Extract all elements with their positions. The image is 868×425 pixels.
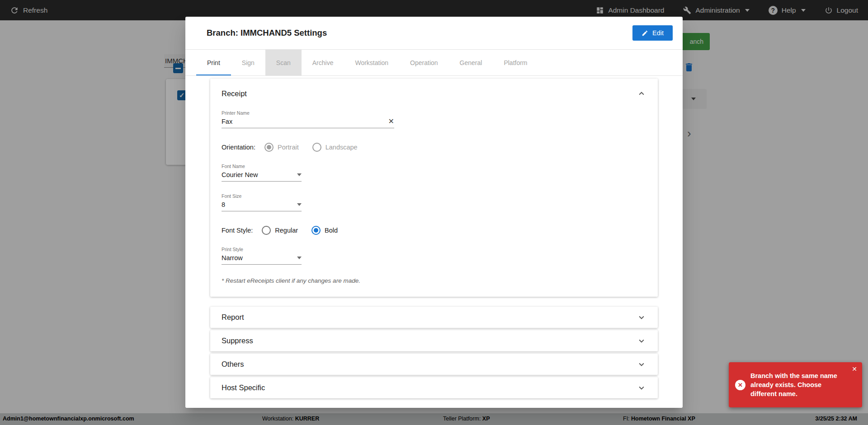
edit-button[interactable]: Edit: [632, 25, 673, 41]
others-section-header[interactable]: Others: [210, 354, 658, 375]
print-style-label: Print Style: [222, 247, 302, 252]
orientation-field: Orientation: Portrait Landscape: [222, 143, 646, 152]
landscape-radio[interactable]: [312, 143, 321, 152]
bold-radio[interactable]: [311, 226, 321, 235]
tab-sign[interactable]: Sign: [231, 50, 265, 75]
font-size-label: Font Size: [222, 193, 302, 199]
chevron-up-icon: [637, 89, 646, 98]
chevron-down-icon: [297, 173, 302, 176]
font-size-value: 8: [222, 201, 225, 208]
font-name-select[interactable]: Courier New: [222, 171, 302, 182]
portrait-label: Portrait: [278, 144, 299, 151]
report-section-header[interactable]: Report: [210, 307, 658, 328]
chevron-down-icon: [637, 313, 646, 322]
tab-general[interactable]: General: [449, 50, 493, 75]
chevron-down-icon: [297, 257, 302, 259]
error-icon: ✕: [735, 380, 745, 390]
edit-button-label: Edit: [652, 29, 664, 37]
dialog-title: Branch: IMMCHAND5 Settings: [207, 28, 327, 38]
portrait-radio[interactable]: [264, 143, 274, 152]
tab-print[interactable]: Print: [196, 50, 231, 75]
suppress-section-header[interactable]: Suppress: [210, 330, 658, 351]
others-section-title: Others: [222, 360, 244, 369]
settings-tabs: Print Sign Scan Archive Workstation Oper…: [185, 50, 683, 76]
report-section-title: Report: [222, 313, 244, 322]
chevron-down-icon: [637, 383, 646, 393]
font-name-field: Font Name Courier New: [222, 163, 302, 182]
tab-workstation[interactable]: Workstation: [344, 50, 399, 75]
close-icon[interactable]: ✕: [852, 365, 857, 373]
font-name-label: Font Name: [222, 163, 302, 169]
bold-label: Bold: [325, 227, 338, 234]
tab-platform[interactable]: Platform: [493, 50, 538, 75]
receipt-section: Receipt Printer Name Fax ✕ Orientation: …: [210, 79, 658, 297]
dialog-header: Branch: IMMCHAND5 Settings Edit: [185, 17, 683, 50]
restart-note: * Restart eReceipts client if any change…: [222, 277, 646, 284]
suppress-section-title: Suppress: [222, 336, 253, 345]
tab-archive[interactable]: Archive: [302, 50, 344, 75]
regular-label: Regular: [275, 227, 298, 234]
printer-name-input[interactable]: Fax: [222, 118, 232, 125]
pencil-icon: [642, 30, 648, 37]
print-style-field: Print Style Narrow: [222, 247, 302, 265]
font-style-field: Font Style: Regular Bold: [222, 226, 646, 235]
error-message: Branch with the same name already exists…: [750, 371, 843, 398]
host-specific-section-header[interactable]: Host Specific: [210, 377, 658, 398]
print-style-value: Narrow: [222, 254, 243, 262]
tab-operation[interactable]: Operation: [399, 50, 448, 75]
landscape-label: Landscape: [326, 144, 358, 151]
chevron-down-icon: [637, 360, 646, 369]
settings-content: Receipt Printer Name Fax ✕ Orientation: …: [185, 76, 683, 398]
clear-icon[interactable]: ✕: [388, 118, 394, 125]
tab-scan[interactable]: Scan: [265, 50, 302, 75]
error-toast: ✕ Branch with the same name already exis…: [729, 362, 862, 407]
chevron-down-icon: [637, 336, 646, 346]
font-size-field: Font Size 8: [222, 193, 302, 211]
chevron-down-icon: [297, 203, 302, 206]
print-style-select[interactable]: Narrow: [222, 254, 302, 265]
printer-name-label: Printer Name: [222, 110, 394, 116]
regular-radio[interactable]: [262, 226, 271, 235]
font-size-select[interactable]: 8: [222, 201, 302, 211]
orientation-label: Orientation:: [222, 144, 255, 151]
printer-name-field: Printer Name Fax ✕: [222, 110, 394, 128]
font-name-value: Courier New: [222, 171, 258, 178]
receipt-section-title: Receipt: [222, 89, 247, 98]
branch-settings-dialog: Branch: IMMCHAND5 Settings Edit Print Si…: [185, 17, 683, 408]
host-specific-section-title: Host Specific: [222, 383, 265, 392]
receipt-section-header[interactable]: Receipt: [222, 89, 646, 98]
font-style-label: Font Style:: [222, 227, 253, 234]
